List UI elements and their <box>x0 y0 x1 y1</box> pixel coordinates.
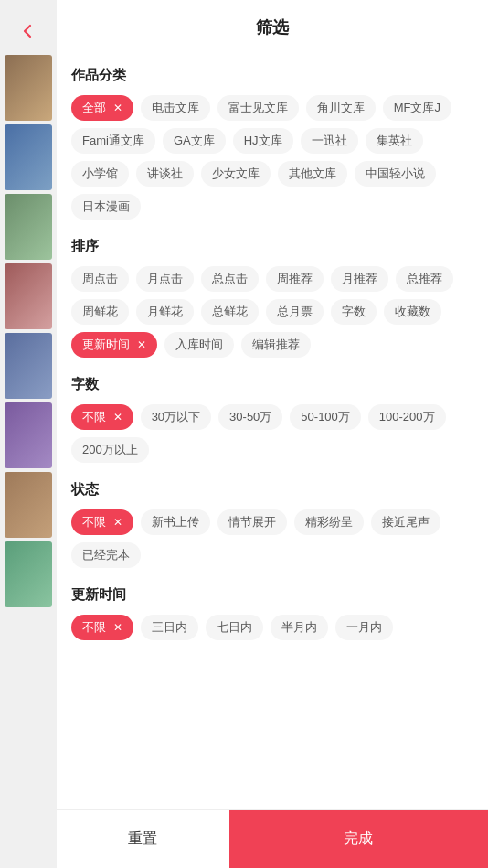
tag-status-0[interactable]: 不限 ✕ <box>71 509 133 535</box>
book-thumb-3 <box>5 194 52 260</box>
reset-button[interactable]: 重置 <box>57 810 229 868</box>
section-sort-title: 排序 <box>71 238 473 255</box>
tag-update-1[interactable]: 三日内 <box>141 615 198 640</box>
book-thumb-7 <box>5 472 52 538</box>
close-icon: ✕ <box>113 102 122 114</box>
tag-status-5[interactable]: 已经完本 <box>71 542 141 568</box>
filter-panel: 筛选 作品分类 全部 ✕ 电击文库 富士见文库 角川文库 MF文库J Fami通… <box>57 0 488 868</box>
tag-sort-13[interactable]: 入库时间 <box>164 332 234 358</box>
sidebar-thumbnails <box>0 55 57 607</box>
book-thumb-1 <box>5 55 52 121</box>
tag-category-2[interactable]: 富士见文库 <box>217 95 299 121</box>
tag-update-2[interactable]: 七日内 <box>206 615 263 640</box>
book-thumb-5 <box>5 333 52 399</box>
tag-wordcount-2[interactable]: 30-50万 <box>218 404 282 430</box>
section-update-time-title: 更新时间 <box>71 586 473 604</box>
footer: 重置 完成 <box>57 809 488 868</box>
tag-category-7[interactable]: HJ文库 <box>233 128 293 154</box>
tag-category-6[interactable]: GA文库 <box>163 128 226 154</box>
tag-status-1[interactable]: 新书上传 <box>141 509 210 535</box>
wordcount-tags: 不限 ✕ 30万以下 30-50万 50-100万 100-200万 200万以… <box>71 404 473 463</box>
tag-sort-9[interactable]: 总月票 <box>266 299 324 325</box>
tag-sort-0[interactable]: 周点击 <box>71 266 129 292</box>
tag-status-2[interactable]: 情节展开 <box>217 509 287 535</box>
tag-status-3[interactable]: 精彩纷呈 <box>294 509 364 535</box>
tag-sort-6[interactable]: 周鲜花 <box>71 299 129 325</box>
tag-category-14[interactable]: 中国轻小说 <box>355 161 436 187</box>
tag-status-4[interactable]: 接近尾声 <box>371 509 440 535</box>
tag-wordcount-3[interactable]: 50-100万 <box>290 404 360 430</box>
panel-title: 筛选 <box>256 18 289 37</box>
tag-category-1[interactable]: 电击文库 <box>141 95 210 121</box>
tag-category-10[interactable]: 小学馆 <box>71 161 129 187</box>
tag-wordcount-4[interactable]: 100-200万 <box>368 404 446 430</box>
tag-sort-4[interactable]: 月推荐 <box>331 266 388 292</box>
book-thumb-4 <box>5 263 52 329</box>
tag-sort-14[interactable]: 编辑推荐 <box>241 332 311 358</box>
tag-sort-1[interactable]: 月点击 <box>136 266 194 292</box>
tag-sort-2[interactable]: 总点击 <box>201 266 259 292</box>
section-wordcount-title: 字数 <box>71 376 473 393</box>
panel-header: 筛选 <box>57 0 488 48</box>
tag-category-0[interactable]: 全部 ✕ <box>71 95 133 121</box>
tag-category-3[interactable]: 角川文库 <box>306 95 376 121</box>
tag-category-15[interactable]: 日本漫画 <box>71 194 141 220</box>
tag-sort-8[interactable]: 总鲜花 <box>201 299 259 325</box>
tag-update-3[interactable]: 半月内 <box>271 615 328 640</box>
tag-category-8[interactable]: 一迅社 <box>301 128 358 154</box>
tag-wordcount-0[interactable]: 不限 ✕ <box>71 404 133 430</box>
section-category: 作品分类 全部 ✕ 电击文库 富士见文库 角川文库 MF文库J Fami通文库 … <box>71 67 473 220</box>
tag-sort-10[interactable]: 字数 <box>331 299 377 325</box>
close-icon: ✕ <box>137 338 146 351</box>
section-status: 状态 不限 ✕ 新书上传 情节展开 精彩纷呈 接近尾声 已经完本 <box>71 481 473 568</box>
tag-category-13[interactable]: 其他文库 <box>278 161 347 187</box>
tag-sort-3[interactable]: 周推荐 <box>266 266 324 292</box>
section-sort: 排序 周点击 月点击 总点击 周推荐 月推荐 总推荐 周鲜花 月鲜花 总鲜花 总… <box>71 238 473 358</box>
tag-update-0[interactable]: 不限 ✕ <box>71 615 133 640</box>
close-icon: ✕ <box>113 411 122 423</box>
section-status-title: 状态 <box>71 481 473 498</box>
close-icon: ✕ <box>113 516 122 529</box>
tag-sort-12[interactable]: 更新时间 ✕ <box>71 332 157 358</box>
close-icon: ✕ <box>113 621 122 634</box>
confirm-button[interactable]: 完成 <box>229 810 488 868</box>
section-category-title: 作品分类 <box>71 67 473 84</box>
confirm-label: 完成 <box>344 830 373 849</box>
category-tags: 全部 ✕ 电击文库 富士见文库 角川文库 MF文库J Fami通文库 GA文库 … <box>71 95 473 220</box>
tag-wordcount-1[interactable]: 30万以下 <box>141 404 211 430</box>
sort-tags: 周点击 月点击 总点击 周推荐 月推荐 总推荐 周鲜花 月鲜花 总鲜花 总月票 … <box>71 266 473 358</box>
tag-category-4[interactable]: MF文库J <box>383 95 451 121</box>
back-button[interactable] <box>13 16 42 46</box>
tag-update-4[interactable]: 一月内 <box>335 615 393 640</box>
reset-label: 重置 <box>128 830 157 849</box>
update-time-tags: 不限 ✕ 三日内 七日内 半月内 一月内 <box>71 615 473 640</box>
book-thumb-6 <box>5 402 52 468</box>
tag-wordcount-5[interactable]: 200万以上 <box>71 437 149 463</box>
tag-sort-5[interactable]: 总推荐 <box>396 266 453 292</box>
tag-category-5[interactable]: Fami通文库 <box>71 128 155 154</box>
tag-sort-11[interactable]: 收藏数 <box>384 299 441 325</box>
book-thumb-8 <box>5 541 52 607</box>
tag-category-12[interactable]: 少女文库 <box>201 161 271 187</box>
tag-category-9[interactable]: 集英社 <box>366 128 423 154</box>
section-update-time: 更新时间 不限 ✕ 三日内 七日内 半月内 一月内 <box>71 586 473 640</box>
status-tags: 不限 ✕ 新书上传 情节展开 精彩纷呈 接近尾声 已经完本 <box>71 509 473 568</box>
tag-sort-7[interactable]: 月鲜花 <box>136 299 194 325</box>
section-wordcount: 字数 不限 ✕ 30万以下 30-50万 50-100万 100-200万 20… <box>71 376 473 463</box>
book-thumb-2 <box>5 124 52 190</box>
scroll-content: 作品分类 全部 ✕ 电击文库 富士见文库 角川文库 MF文库J Fami通文库 … <box>57 48 488 868</box>
tag-category-11[interactable]: 讲谈社 <box>136 161 194 187</box>
